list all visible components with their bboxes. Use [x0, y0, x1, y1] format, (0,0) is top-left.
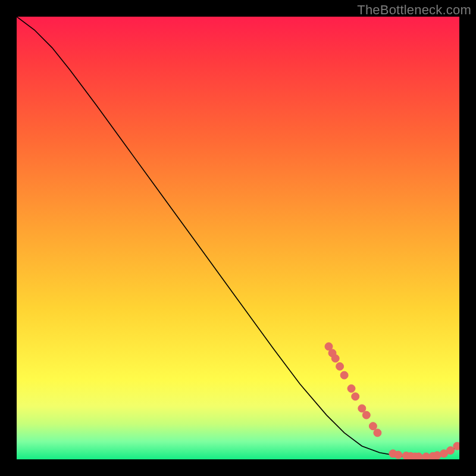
curve-svg: [17, 17, 459, 459]
plot-area: [17, 17, 459, 459]
curve-marker: [374, 429, 381, 437]
curve-marker: [358, 405, 366, 412]
bottleneck-curve-path: [17, 17, 459, 457]
curve-marker: [453, 442, 459, 450]
curve-marker: [340, 371, 348, 379]
curve-marker: [336, 362, 344, 370]
curve-marker: [369, 422, 377, 430]
curve-marker: [352, 393, 359, 400]
curve-marker: [331, 355, 339, 362]
curve-marker: [415, 453, 422, 459]
chart-frame: TheBottleneck.com: [0, 0, 476, 476]
curve-marker: [362, 411, 370, 419]
curve-marker: [447, 447, 455, 455]
watermark-text: TheBottleneck.com: [357, 2, 471, 18]
curve-marker: [394, 451, 402, 459]
curve-marker: [347, 385, 355, 393]
marker-group: [325, 343, 459, 459]
